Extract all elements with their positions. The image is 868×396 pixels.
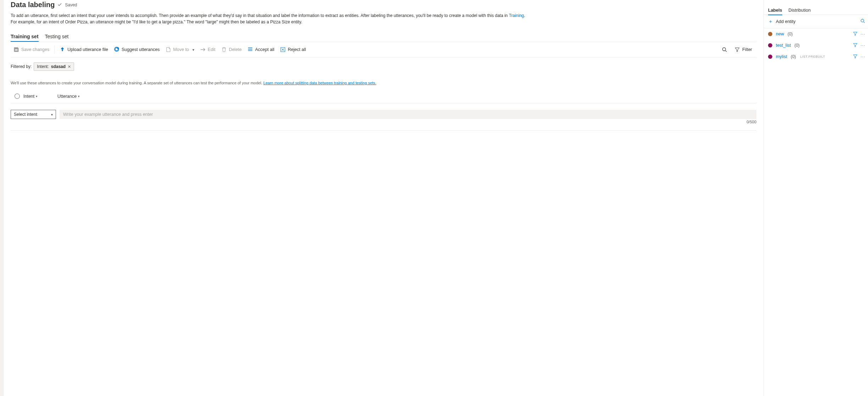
- toolbar-separator: [54, 46, 55, 53]
- description-text: To add an utterance, first select an int…: [11, 12, 756, 25]
- move-label: Move to: [173, 47, 189, 52]
- entity-color-dot: [768, 43, 772, 47]
- suggest-label: Suggest utterances: [122, 47, 160, 52]
- delete-icon: [221, 47, 227, 52]
- entity-color-dot: [768, 32, 772, 36]
- save-changes-button[interactable]: Save changes: [11, 42, 52, 57]
- intent-select-placeholder: Select intent: [14, 112, 37, 117]
- intent-select-dropdown[interactable]: Select intent ▾: [11, 110, 56, 119]
- chevron-down-icon: ▾: [51, 113, 53, 117]
- entity-more-button[interactable]: ···: [860, 54, 866, 59]
- entity-list: new(0)···test_list(0)···mylist(0)LIST.PR…: [764, 28, 868, 62]
- reject-all-button[interactable]: Reject all: [277, 42, 309, 57]
- side-tabs: Labels Distribution: [764, 6, 868, 15]
- accept-all-button[interactable]: Accept all: [245, 42, 277, 57]
- move-icon: [166, 47, 171, 52]
- suggest-icon: [114, 47, 119, 52]
- entity-row: test_list(0)···: [764, 40, 868, 51]
- table-header: Intent ▾ Utterance ▾: [11, 89, 756, 103]
- save-icon: [13, 47, 19, 52]
- close-icon[interactable]: ✕: [68, 64, 71, 69]
- entity-filter-icon[interactable]: [853, 31, 858, 37]
- edit-button[interactable]: Edit: [197, 42, 218, 57]
- learn-more-link[interactable]: Learn more about splitting data between …: [263, 81, 376, 85]
- suggest-utterances-button[interactable]: Suggest utterances: [111, 42, 163, 57]
- add-entity-label: Add entity: [776, 19, 796, 24]
- entity-filter-icon[interactable]: [853, 54, 858, 60]
- delete-button[interactable]: Delete: [218, 42, 245, 57]
- col-utterance-label: Utterance: [57, 94, 77, 99]
- entity-more-button[interactable]: ···: [860, 43, 866, 48]
- entity-name-link[interactable]: new: [776, 32, 784, 36]
- filter-chip-intent[interactable]: Intent: sdasad ✕: [34, 62, 74, 71]
- upload-utterance-button[interactable]: Upload utterance file: [57, 42, 111, 57]
- filter-chip-value: sdasad: [51, 64, 66, 69]
- filter-label: Filter: [742, 47, 752, 52]
- entity-more-button[interactable]: ···: [860, 32, 866, 36]
- delete-label: Delete: [229, 47, 242, 52]
- description-line2: For example, for an intent of Order Pizz…: [11, 19, 302, 24]
- side-panel: Labels Distribution ＋ Add entity new(0)·…: [763, 0, 868, 396]
- tab-testing-set[interactable]: Testing set: [45, 32, 69, 41]
- saved-label: Saved: [65, 2, 77, 7]
- entity-name-link[interactable]: test_list: [776, 43, 791, 48]
- entity-count: (0): [788, 32, 793, 36]
- select-all-radio[interactable]: [15, 94, 20, 99]
- side-search-button[interactable]: [860, 18, 865, 24]
- accept-all-label: Accept all: [255, 47, 274, 52]
- reject-all-icon: [280, 47, 286, 52]
- filtered-by-label: Filtered by:: [11, 64, 32, 69]
- main-panel: Data labeling Saved To add an utterance,…: [4, 0, 763, 396]
- column-header-utterance[interactable]: Utterance ▾: [57, 94, 80, 99]
- check-icon: [57, 2, 62, 8]
- column-header-intent[interactable]: Intent ▾: [23, 94, 57, 99]
- move-to-button[interactable]: Move to ▾: [163, 42, 197, 57]
- page-title: Data labeling: [11, 1, 55, 9]
- char-counter: 0/500: [746, 120, 756, 124]
- chevron-down-icon: ▾: [78, 95, 80, 98]
- edit-icon: [200, 47, 206, 52]
- reject-all-label: Reject all: [288, 47, 306, 52]
- plus-icon: ＋: [768, 18, 773, 25]
- left-rail: [0, 0, 4, 396]
- entity-color-dot: [768, 55, 772, 59]
- description-line1-after: .: [524, 13, 525, 18]
- save-label: Save changes: [21, 47, 49, 52]
- entity-badge: LIST.PREBUILT: [800, 55, 825, 58]
- chevron-down-icon: ▾: [192, 48, 194, 52]
- training-link[interactable]: Training: [509, 13, 524, 18]
- svg-point-1: [723, 48, 726, 51]
- toolbar: Save changes Upload utterance file Sugge…: [11, 42, 309, 57]
- tab-labels[interactable]: Labels: [768, 6, 782, 15]
- tab-distribution[interactable]: Distribution: [789, 6, 811, 15]
- accept-all-icon: [247, 47, 253, 52]
- chevron-down-icon: ▾: [36, 95, 38, 98]
- svg-point-2: [861, 19, 864, 22]
- col-intent-label: Intent: [23, 94, 34, 99]
- filter-button[interactable]: Filter: [732, 42, 755, 57]
- description-line1-before: To add an utterance, first select an int…: [11, 13, 509, 18]
- upload-label: Upload utterance file: [67, 47, 108, 52]
- filter-chip-prefix: Intent:: [37, 64, 49, 69]
- main-tabs: Training set Testing set: [11, 32, 756, 42]
- entity-row: new(0)···: [764, 28, 868, 40]
- entity-filter-icon[interactable]: [853, 43, 858, 49]
- utterance-input[interactable]: [60, 110, 756, 119]
- info-text: We'll use these utterances to create you…: [11, 81, 263, 85]
- search-icon: [722, 47, 727, 52]
- add-entity-button[interactable]: ＋ Add entity: [768, 18, 796, 25]
- upload-icon: [60, 47, 65, 52]
- filter-icon: [734, 47, 740, 52]
- edit-label: Edit: [208, 47, 215, 52]
- entity-count: (0): [794, 43, 800, 48]
- toolbar-search-button[interactable]: [719, 42, 730, 57]
- tab-training-set[interactable]: Training set: [11, 32, 39, 41]
- entity-name-link[interactable]: mylist: [776, 54, 787, 59]
- entity-row: mylist(0)LIST.PREBUILT···: [764, 51, 868, 62]
- entity-count: (0): [791, 54, 796, 59]
